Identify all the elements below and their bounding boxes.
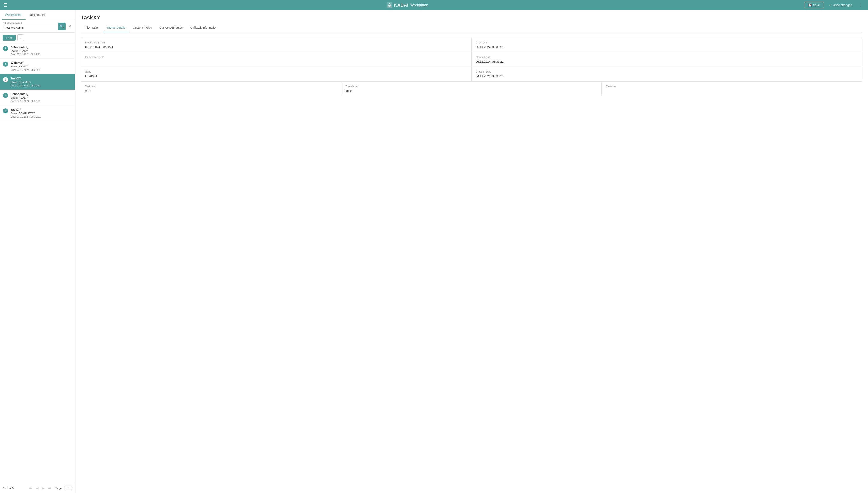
- state-value: CLAIMED: [85, 74, 467, 78]
- received-cell: Received: [602, 82, 862, 96]
- sidebar-tab-workbaskets[interactable]: Workbaskets: [2, 10, 25, 20]
- page-count: 1 - 5 of 5: [3, 487, 26, 490]
- undo-icon: ↩: [829, 3, 832, 7]
- task-badge: 3: [3, 108, 8, 113]
- undo-label: Undo changes: [833, 3, 852, 7]
- creation-date-label: Creation Date: [476, 70, 858, 73]
- planned-date-value: 06.11.2024, 08:39:21: [476, 60, 858, 63]
- sidebar-tabs: Workbaskets Task search: [0, 10, 75, 20]
- task-due: Due: 07.11.2024, 08:39:21: [11, 84, 72, 87]
- task-read-cell: Task read true: [81, 82, 341, 96]
- task-read-value: true: [85, 89, 337, 92]
- page-input[interactable]: [64, 486, 72, 491]
- modification-date-cell: Modification Date 05.11.2024, 08:39:21: [81, 38, 471, 52]
- transferred-label: Transferred: [346, 85, 598, 88]
- task-item[interactable]: 2 TaskXY, State: CLAIMED Due: 07.11.2024…: [0, 74, 75, 90]
- planned-date-label: Planned Date: [476, 56, 858, 59]
- search-icon: 🔍: [60, 24, 64, 28]
- state-cell: State CLAIMED: [81, 67, 471, 81]
- content-header: TaskXY Information Status Details Custom…: [75, 10, 868, 33]
- task-name: TaskXY,: [11, 77, 72, 80]
- sidebar: Workbaskets Task search Select Workbaske…: [0, 10, 75, 493]
- task-item[interactable]: 1 Widerruf, State: READY Due: 07.11.2024…: [0, 59, 75, 74]
- save-icon: 💾: [808, 3, 812, 7]
- claim-date-value: 05.11.2024, 08:39:21: [476, 45, 858, 49]
- sidebar-pagination: 1 - 5 of 5 ⏮ ◀ ▶ ⏭ Page:: [0, 483, 75, 493]
- claim-date-cell: Claim Date 05.11.2024, 08:39:21: [471, 38, 862, 52]
- page-label: Page:: [55, 487, 62, 490]
- state-label: State: [85, 70, 467, 73]
- task-name: Schadenfall,: [11, 92, 72, 96]
- task-state: State: READY: [11, 49, 72, 52]
- modification-date-value: 05.11.2024, 08:39:21: [85, 45, 467, 49]
- undo-button[interactable]: ↩ Undo changes: [827, 2, 854, 8]
- navbar-actions: 💾 Save ↩ Undo changes ⋮: [804, 2, 865, 8]
- task-state: State: COMPLETED: [11, 112, 72, 115]
- completion-date-label: Completion Date: [85, 56, 467, 59]
- add-button[interactable]: + Add: [2, 35, 16, 41]
- task-badge: 1: [3, 46, 8, 51]
- workbasket-input[interactable]: [2, 25, 56, 31]
- hamburger-icon[interactable]: ☰: [3, 2, 7, 7]
- task-badge: 2: [3, 77, 8, 82]
- task-name: Schadenfall,: [11, 46, 72, 49]
- task-badge: 3: [3, 93, 8, 98]
- search-button[interactable]: 🔍: [58, 23, 66, 30]
- task-state: State: READY: [11, 96, 72, 99]
- workbasket-select-label: Select Workbasket: [2, 22, 56, 24]
- completion-date-cell: Completion Date: [81, 52, 471, 67]
- creation-date-cell: Creation Date 04.11.2024, 08:39:21: [471, 67, 862, 81]
- sidebar-actions: + Add ≡: [0, 33, 75, 43]
- main-layout: Workbaskets Task search Select Workbaske…: [0, 10, 868, 493]
- sidebar-controls: Select Workbasket 🔍 ✕: [0, 20, 75, 33]
- modification-date-label: Modification Date: [85, 41, 467, 44]
- app-subtitle: Workplace: [410, 3, 428, 7]
- task-info: TaskXY, State: COMPLETED Due: 07.11.2024…: [11, 108, 72, 118]
- task-badge: 1: [3, 62, 8, 67]
- tab-information[interactable]: Information: [81, 23, 103, 32]
- task-name: Widerruf,: [11, 61, 72, 65]
- task-read-row: Task read true Transferred false Receive…: [81, 81, 862, 96]
- task-item[interactable]: 3 Schadenfall, State: READY Due: 07.11.2…: [0, 90, 75, 105]
- page-title: TaskXY: [81, 14, 862, 21]
- task-read-label: Task read: [85, 85, 337, 88]
- clear-button[interactable]: ✕: [67, 23, 72, 29]
- task-due: Due: 07.11.2024, 08:39:21: [11, 68, 72, 71]
- task-item[interactable]: 3 TaskXY, State: COMPLETED Due: 07.11.20…: [0, 105, 75, 121]
- received-label: Received: [606, 85, 858, 88]
- status-details-grid: Modification Date 05.11.2024, 08:39:21 C…: [81, 38, 862, 81]
- content-body: Modification Date 05.11.2024, 08:39:21 C…: [75, 33, 868, 493]
- navbar-center: KADAI Workplace: [11, 2, 804, 8]
- page-last-button[interactable]: ⏭: [47, 486, 52, 491]
- tab-status-details[interactable]: Status Details: [103, 23, 129, 32]
- planned-date-cell: Planned Date 06.11.2024, 08:39:21: [471, 52, 862, 67]
- task-due: Due: 07.11.2024, 08:39:21: [11, 53, 72, 56]
- task-info: TaskXY, State: CLAIMED Due: 07.11.2024, …: [11, 77, 72, 87]
- task-list: 1 Schadenfall, State: READY Due: 07.11.2…: [0, 43, 75, 483]
- more-button[interactable]: ⋮: [857, 2, 865, 8]
- content-area: TaskXY Information Status Details Custom…: [75, 10, 868, 493]
- content-tabs: Information Status Details Custom Fields…: [81, 23, 862, 33]
- sort-button[interactable]: ≡: [17, 35, 24, 41]
- save-button[interactable]: 💾 Save: [804, 2, 824, 8]
- navbar: ☰ KADAI Workplace 💾 Save ↩ Undo changes …: [0, 0, 868, 10]
- transferred-cell: Transferred false: [341, 82, 602, 96]
- task-state: State: READY: [11, 65, 72, 68]
- tab-callback-information[interactable]: Callback Information: [186, 23, 221, 32]
- creation-date-value: 04.11.2024, 08:39:21: [476, 74, 858, 78]
- tab-custom-attributes[interactable]: Custom Attributes: [156, 23, 187, 32]
- tab-custom-fields[interactable]: Custom Fields: [129, 23, 155, 32]
- save-label: Save: [813, 3, 820, 7]
- app-brand: KADAI: [394, 3, 408, 7]
- task-info: Widerruf, State: READY Due: 07.11.2024, …: [11, 61, 72, 71]
- app-logo: [386, 2, 392, 8]
- task-item[interactable]: 1 Schadenfall, State: READY Due: 07.11.2…: [0, 43, 75, 59]
- task-due: Due: 07.11.2024, 08:39:21: [11, 100, 72, 103]
- page-next-button[interactable]: ▶: [41, 485, 45, 491]
- task-state: State: CLAIMED: [11, 81, 72, 84]
- page-prev-button[interactable]: ◀: [35, 485, 39, 491]
- transferred-value: false: [346, 89, 598, 92]
- task-info: Schadenfall, State: READY Due: 07.11.202…: [11, 92, 72, 103]
- page-first-button[interactable]: ⏮: [28, 486, 33, 491]
- sidebar-tab-task-search[interactable]: Task search: [25, 10, 48, 20]
